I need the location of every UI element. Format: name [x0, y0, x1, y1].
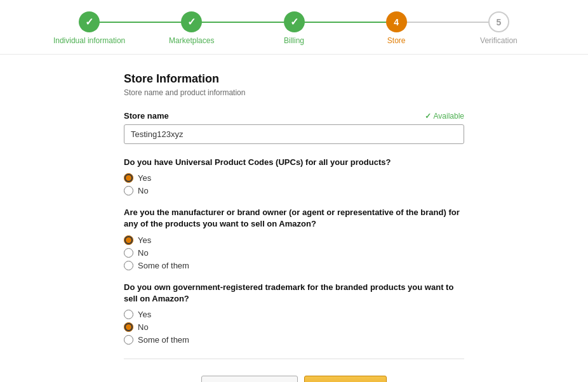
trademark-no-radio[interactable]	[124, 322, 133, 332]
checkmark-icon-1: ✓	[85, 16, 93, 28]
step-verification: 5 Verification	[448, 11, 550, 45]
brand-some-option[interactable]: Some of them	[124, 261, 464, 270]
step-label-5: Verification	[480, 36, 518, 45]
store-name-header: Store name Available	[124, 111, 464, 121]
brand-some-label: Some of them	[138, 261, 189, 270]
trademark-some-label: Some of them	[138, 335, 189, 345]
trademark-some-option[interactable]: Some of them	[124, 335, 464, 345]
trademark-no-label: No	[138, 322, 149, 332]
brand-yes-label: Yes	[138, 235, 151, 245]
brand-no-option[interactable]: No	[124, 248, 464, 258]
checkmark-icon-2: ✓	[187, 16, 196, 28]
question-brand: Are you the manufacturer or brand owner …	[124, 207, 464, 270]
store-name-label: Store name	[124, 111, 169, 121]
step-circle-3: ✓	[284, 11, 305, 32]
store-name-group: Store name Available	[124, 111, 464, 144]
section-subtitle: Store name and product information	[124, 88, 464, 97]
question-trademark-text: Do you own government-registered tradema…	[124, 282, 464, 305]
upc-no-label: No	[138, 186, 149, 195]
step-marketplaces: ✓ Marketplaces	[140, 11, 243, 45]
footer-buttons: Previous Next	[124, 371, 464, 382]
progress-bar: ✓ Individual information ✓ Marketplaces …	[0, 0, 588, 55]
brand-some-radio[interactable]	[124, 261, 133, 270]
step-number-4: 4	[394, 17, 399, 27]
store-name-input[interactable]	[124, 124, 464, 144]
checkmark-icon-3: ✓	[290, 16, 298, 28]
step-individual-information: ✓ Individual information	[38, 11, 140, 45]
step-number-5: 5	[497, 17, 502, 27]
trademark-no-option[interactable]: No	[124, 322, 464, 332]
question-upc: Do you have Universal Product Codes (UPC…	[124, 157, 464, 195]
previous-button[interactable]: Previous	[201, 376, 298, 382]
question-brand-text: Are you the manufacturer or brand owner …	[124, 207, 464, 230]
step-circle-1: ✓	[79, 11, 100, 32]
upc-no-option[interactable]: No	[124, 186, 464, 195]
next-button[interactable]: Next	[304, 376, 387, 382]
upc-yes-radio[interactable]	[124, 173, 133, 183]
available-badge: Available	[425, 112, 464, 121]
step-label-3: Billing	[284, 36, 304, 45]
step-circle-4: 4	[386, 11, 407, 32]
trademark-yes-option[interactable]: Yes	[124, 310, 464, 319]
divider	[124, 359, 464, 359]
main-content: Store Information Store name and product…	[0, 55, 588, 382]
trademark-yes-label: Yes	[138, 310, 151, 319]
step-label-1: Individual information	[53, 36, 125, 45]
step-billing: ✓ Billing	[243, 11, 345, 45]
step-label-2: Marketplaces	[169, 36, 214, 45]
trademark-yes-radio[interactable]	[124, 310, 133, 319]
step-circle-2: ✓	[181, 11, 202, 32]
brand-yes-option[interactable]: Yes	[124, 235, 464, 245]
step-label-4: Store	[387, 36, 406, 45]
upc-yes-label: Yes	[138, 173, 151, 183]
trademark-some-radio[interactable]	[124, 335, 133, 345]
upc-yes-option[interactable]: Yes	[124, 173, 464, 183]
brand-no-label: No	[138, 248, 149, 258]
step-store: 4 Store	[345, 11, 448, 45]
upc-no-radio[interactable]	[124, 186, 133, 195]
question-upc-text: Do you have Universal Product Codes (UPC…	[124, 157, 464, 168]
brand-no-radio[interactable]	[124, 248, 133, 258]
question-trademark: Do you own government-registered tradema…	[124, 282, 464, 345]
brand-yes-radio[interactable]	[124, 235, 133, 245]
section-title: Store Information	[124, 72, 464, 86]
step-circle-5: 5	[488, 11, 509, 32]
